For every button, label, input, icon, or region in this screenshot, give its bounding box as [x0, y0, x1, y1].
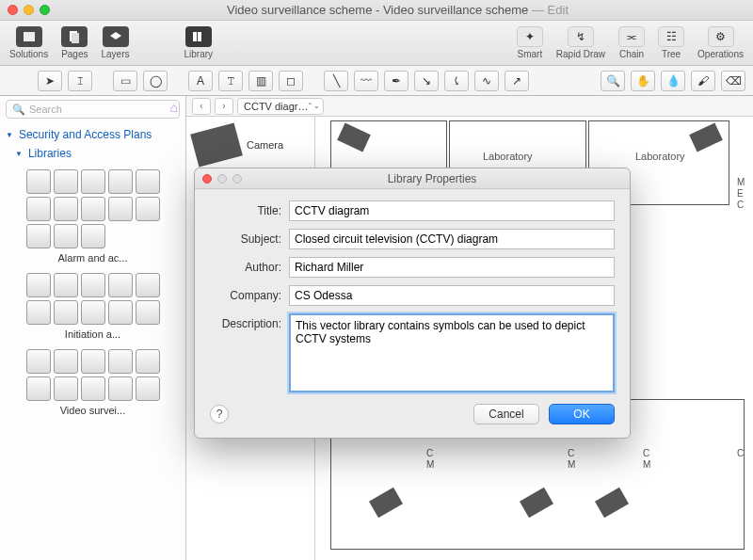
toolbar-tree[interactable]: ☷Tree	[658, 26, 684, 59]
toolbar-smart[interactable]: ✦Smart	[517, 26, 543, 59]
toolbar-rapid-draw[interactable]: ↯Rapid Draw	[556, 26, 605, 59]
description-field[interactable]	[289, 313, 615, 392]
library-thumb[interactable]	[81, 169, 105, 194]
library-thumb[interactable]	[81, 197, 105, 221]
window-minimize-icon[interactable]	[24, 5, 34, 15]
tool-text[interactable]: A	[188, 71, 213, 91]
window-title: Video surveillance scheme - Video survei…	[227, 3, 528, 17]
library-thumb[interactable]	[108, 376, 133, 401]
library-thumb[interactable]	[108, 273, 133, 297]
library-thumb[interactable]	[54, 273, 78, 297]
toolbar-library[interactable]: Library	[184, 26, 214, 59]
library-thumb[interactable]	[54, 197, 78, 221]
library-thumb[interactable]	[136, 169, 160, 194]
title-field[interactable]	[289, 200, 615, 221]
tool-pointer[interactable]: ➤	[38, 71, 62, 91]
tool-toolbar: ➤ 𝙸 ▭ ◯ A 𝚃 ▥ ◻ ╲ 〰 ✒ ↘ ⤹ ∿ ↗ 🔍 ✋ 💧 🖌 ⌫	[0, 66, 753, 96]
library-thumb[interactable]	[81, 224, 105, 248]
tool-arrow[interactable]: ↗	[505, 71, 529, 91]
library-thumb[interactable]	[136, 349, 160, 374]
tool-pen[interactable]: ✒	[384, 71, 409, 91]
field-label-title: Title:	[210, 200, 289, 217]
tool-connector[interactable]: ↘	[414, 71, 439, 91]
library-group-label: Alarm and ac...	[6, 252, 180, 264]
toolbar-operations[interactable]: ⚙Operations	[697, 26, 744, 59]
ok-button[interactable]: OK	[549, 404, 615, 424]
toolbar-layers[interactable]: Layers	[102, 26, 130, 59]
nav-back[interactable]: ‹	[192, 98, 211, 115]
window-zoom-icon[interactable]	[40, 5, 50, 15]
tool-erase[interactable]: ⌫	[721, 71, 745, 91]
library-nav: ‹ › CCTV diagr…	[186, 96, 753, 117]
toolbar-solutions[interactable]: Solutions	[9, 26, 48, 59]
tag: C	[737, 200, 744, 210]
author-field[interactable]	[289, 257, 615, 278]
tool-ellipse[interactable]: ◯	[143, 71, 168, 91]
library-thumb[interactable]	[26, 273, 51, 297]
library-thumb[interactable]	[54, 376, 78, 401]
library-thumb[interactable]	[26, 224, 51, 248]
nav-forward[interactable]: ›	[215, 98, 233, 115]
library-thumb[interactable]	[136, 273, 160, 297]
tree-subsection-libraries[interactable]: Libraries	[15, 147, 180, 160]
tool-brush[interactable]: 🖌	[691, 71, 715, 91]
tool-text-select[interactable]: 𝙸	[68, 71, 92, 91]
tree-section-security[interactable]: Security and Access Plans	[6, 128, 180, 141]
tag: M	[643, 459, 650, 470]
help-button[interactable]: ?	[210, 405, 229, 424]
tool-curve[interactable]: 〰	[354, 71, 378, 91]
tool-spline[interactable]: ∿	[474, 71, 499, 91]
library-group-label: Initiation a...	[6, 328, 180, 340]
tool-arc[interactable]: ⤹	[444, 71, 469, 91]
library-thumb[interactable]	[108, 349, 133, 374]
tool-hand[interactable]: ✋	[631, 71, 655, 91]
library-thumb[interactable]	[54, 169, 78, 194]
cancel-button[interactable]: Cancel	[473, 404, 539, 424]
field-label-company: Company:	[210, 285, 289, 302]
tag: C	[737, 448, 744, 458]
tool-zoom[interactable]: 🔍	[601, 71, 625, 91]
tool-textbox[interactable]: 𝚃	[218, 71, 243, 91]
library-thumb[interactable]	[108, 169, 133, 194]
library-thumb[interactable]	[136, 376, 160, 401]
svg-rect-4	[193, 32, 197, 41]
library-thumb[interactable]	[108, 197, 133, 221]
search-input[interactable]: 🔍 Search	[6, 100, 180, 119]
subject-field[interactable]	[289, 229, 615, 249]
library-thumb[interactable]	[81, 376, 105, 401]
room-label: Laboratory	[483, 151, 533, 162]
dialog-title: Library Properties	[242, 172, 622, 185]
tool-callout[interactable]: ◻	[279, 71, 303, 91]
library-thumb[interactable]	[26, 300, 51, 325]
svg-marker-3	[110, 32, 121, 40]
library-thumb[interactable]	[81, 300, 105, 325]
dialog-close-icon[interactable]	[202, 174, 212, 184]
library-thumb[interactable]	[26, 376, 51, 401]
library-thumb[interactable]	[136, 197, 160, 221]
library-thumb[interactable]	[54, 300, 78, 325]
library-thumb[interactable]	[26, 349, 51, 374]
library-thumb[interactable]	[136, 300, 160, 325]
main-toolbar: Solutions Pages Layers Library ✦Smart ↯R…	[0, 21, 753, 66]
tag: C	[426, 448, 433, 458]
tool-eyedrop[interactable]: 💧	[661, 71, 685, 91]
window-close-icon[interactable]	[8, 5, 18, 15]
tag: C	[568, 448, 574, 458]
library-thumb[interactable]	[54, 349, 78, 374]
library-thumb[interactable]	[26, 169, 51, 194]
library-thumb[interactable]	[108, 300, 133, 325]
tool-note[interactable]: ▥	[248, 71, 273, 91]
tool-rect[interactable]: ▭	[113, 71, 137, 91]
library-thumb[interactable]	[54, 224, 78, 248]
library-thumb[interactable]	[81, 273, 105, 297]
library-thumb[interactable]	[26, 197, 51, 221]
company-field[interactable]	[289, 285, 615, 306]
home-icon[interactable]: ⌂	[170, 100, 178, 115]
palette-item-camera[interactable]: Camera	[194, 124, 307, 166]
tool-line[interactable]: ╲	[324, 71, 348, 91]
dialog-minimize-icon	[217, 174, 227, 184]
toolbar-pages[interactable]: Pages	[61, 26, 88, 59]
toolbar-chain[interactable]: ⫘Chain	[618, 26, 645, 59]
library-thumb[interactable]	[81, 349, 105, 374]
library-selector[interactable]: CCTV diagr…	[237, 98, 324, 115]
